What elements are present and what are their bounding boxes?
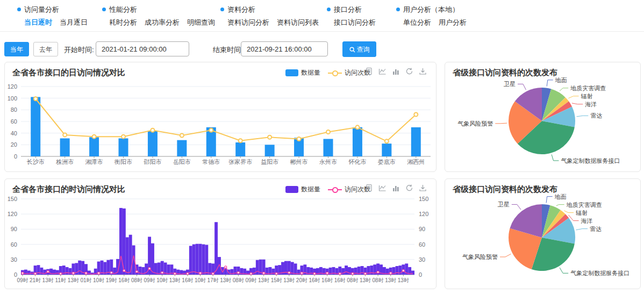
line-point[interactable] — [209, 128, 213, 132]
line-point[interactable] — [148, 268, 151, 270]
line-point[interactable] — [187, 273, 189, 275]
nav-item-用户分析[interactable]: 用户分析 — [439, 18, 467, 26]
line-point[interactable] — [414, 113, 418, 117]
data-view-icon[interactable] — [365, 184, 374, 192]
data-view-icon[interactable] — [365, 67, 374, 76]
line-point[interactable] — [268, 135, 271, 139]
bar[interactable] — [158, 262, 161, 275]
bar[interactable] — [353, 127, 362, 156]
line-point[interactable] — [199, 272, 202, 274]
line-point[interactable] — [63, 133, 67, 137]
line-point[interactable] — [110, 271, 112, 274]
bar[interactable] — [370, 266, 373, 275]
bar[interactable] — [31, 97, 40, 157]
line-point[interactable] — [326, 272, 328, 274]
bar-chart-icon[interactable] — [392, 184, 400, 192]
bar[interactable] — [271, 269, 275, 275]
line-point[interactable] — [297, 137, 301, 141]
line-point[interactable] — [34, 273, 37, 275]
line-point[interactable] — [263, 272, 265, 274]
bar[interactable] — [78, 261, 81, 275]
line-point[interactable] — [47, 270, 49, 273]
last-year-button[interactable]: 去年 — [33, 42, 58, 56]
line-point[interactable] — [250, 273, 252, 275]
nav-item-资料访问分析[interactable]: 资料访问分析 — [227, 18, 269, 26]
bar[interactable] — [60, 138, 70, 156]
line-point[interactable] — [239, 139, 242, 142]
legend-item-数据量[interactable]: 数据量 — [285, 68, 320, 77]
line-point[interactable] — [237, 271, 239, 274]
bar[interactable] — [148, 131, 158, 156]
nav-item-单位分析[interactable]: 单位分析 — [403, 18, 431, 26]
bar[interactable] — [66, 267, 69, 275]
hourly-bar-line-chart[interactable]: 0030306060909012012015015009时21时13时11时13… — [5, 194, 437, 289]
line-point[interactable] — [385, 139, 389, 143]
bar[interactable] — [235, 142, 245, 156]
legend-item-数据量[interactable]: 数据量 — [285, 185, 320, 194]
bar[interactable] — [119, 208, 123, 275]
line-point[interactable] — [339, 273, 341, 275]
legend-item-访问次数[interactable]: 访问次数 — [328, 185, 370, 194]
line-point[interactable] — [85, 272, 87, 274]
nav-item-耗时分析[interactable]: 耗时分析 — [109, 18, 137, 26]
bar-chart-icon[interactable] — [392, 67, 400, 76]
bar[interactable] — [89, 137, 99, 156]
nav-item-成功率分析[interactable]: 成功率分析 — [145, 18, 180, 26]
nav-item-明细查询[interactable]: 明细查询 — [187, 18, 215, 26]
line-point[interactable] — [288, 271, 290, 274]
bar[interactable] — [56, 270, 59, 275]
line-point[interactable] — [98, 272, 100, 274]
line-point[interactable] — [34, 97, 38, 101]
line-point[interactable] — [92, 135, 96, 139]
bar[interactable] — [202, 245, 205, 275]
bar[interactable] — [205, 245, 208, 275]
line-point[interactable] — [313, 273, 316, 275]
line-point[interactable] — [212, 273, 214, 275]
nav-item-当日逐时[interactable]: 当日逐时 — [24, 18, 52, 26]
bar[interactable] — [361, 266, 364, 275]
line-point[interactable] — [390, 272, 392, 274]
line-point[interactable] — [275, 273, 277, 275]
bar[interactable] — [265, 145, 275, 156]
query-button[interactable]: 查询 — [342, 41, 376, 57]
this-year-button[interactable]: 当年 — [4, 42, 29, 56]
line-chart-icon[interactable] — [378, 184, 387, 192]
start-time-input[interactable] — [96, 41, 189, 56]
bar[interactable] — [151, 243, 154, 275]
bar[interactable] — [177, 140, 187, 156]
line-chart-icon[interactable] — [378, 67, 387, 76]
bar[interactable] — [294, 263, 297, 275]
line-point[interactable] — [135, 270, 138, 273]
line-point[interactable] — [123, 269, 125, 271]
line-point[interactable] — [300, 272, 303, 274]
line-point[interactable] — [180, 134, 184, 138]
line-point[interactable] — [72, 272, 74, 274]
nav-item-资料访问列表[interactable]: 资料访问列表 — [277, 18, 319, 26]
bar[interactable] — [256, 260, 259, 275]
line-point[interactable] — [355, 125, 359, 129]
bar[interactable] — [189, 246, 192, 275]
download-icon[interactable] — [419, 67, 427, 76]
line-point[interactable] — [151, 128, 154, 132]
line-point[interactable] — [225, 266, 227, 268]
bar[interactable] — [129, 235, 132, 275]
bar[interactable] — [69, 268, 72, 275]
bar[interactable] — [324, 139, 333, 157]
nav-item-当月逐日[interactable]: 当月逐日 — [60, 18, 88, 26]
daily-bar-line-chart[interactable]: 020406080100120长沙市株洲市湘潭市衡阳市邵阳市岳阳市常德市张家界市… — [5, 77, 437, 171]
bar[interactable] — [218, 257, 221, 275]
line-point[interactable] — [22, 272, 24, 274]
line-point[interactable] — [174, 273, 176, 275]
line-point[interactable] — [377, 271, 379, 273]
bar[interactable] — [27, 270, 31, 275]
line-point[interactable] — [402, 269, 404, 271]
legend-item-访问次数[interactable]: 访问次数 — [328, 68, 370, 77]
bar[interactable] — [411, 270, 414, 275]
province-pie-chart-1[interactable]: 地面地质灾害调查辐射海洋雷达气象定制数据服务接口卫星气象风险预警 — [445, 75, 641, 171]
bar[interactable] — [345, 266, 348, 275]
bar[interactable] — [199, 244, 202, 275]
bar[interactable] — [396, 266, 399, 275]
end-time-input[interactable] — [241, 41, 328, 56]
bar[interactable] — [411, 127, 421, 156]
line-point[interactable] — [121, 135, 125, 139]
